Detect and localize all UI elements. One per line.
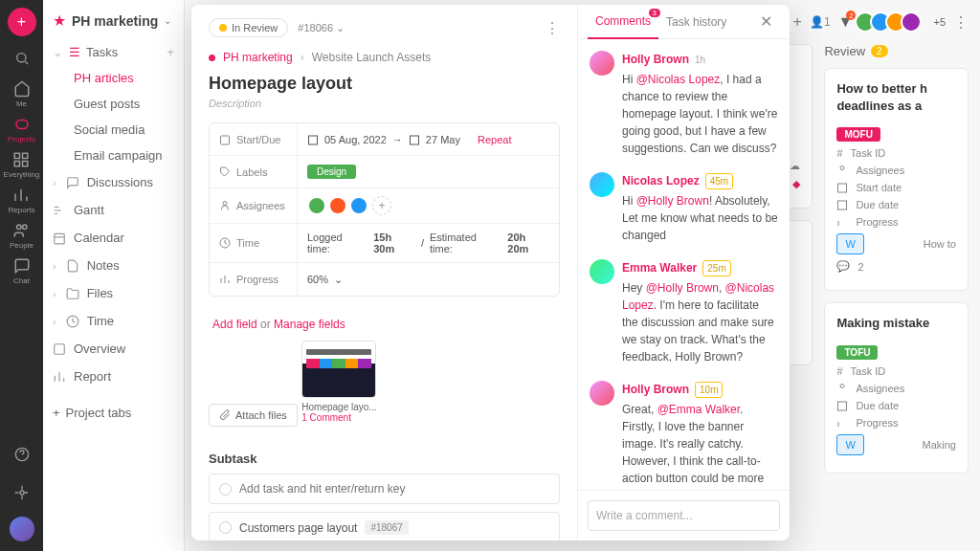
svg-rect-19 xyxy=(221,136,230,144)
sidebar-discussions[interactable]: Discussions xyxy=(53,168,174,196)
attachment-thumbnail[interactable]: Homepage layo... 1 Comment xyxy=(301,341,378,423)
comment-author[interactable]: Nicolas Lopez xyxy=(622,172,700,189)
mention[interactable]: @Emma Walker xyxy=(657,403,740,416)
tab-task-history[interactable]: Task history xyxy=(658,6,734,38)
more-users[interactable]: +5 xyxy=(933,16,946,28)
rail-everything[interactable]: Everything xyxy=(4,151,40,179)
new-button[interactable]: + xyxy=(8,8,36,36)
svg-rect-12 xyxy=(55,343,65,354)
rail-projects[interactable]: Projects xyxy=(8,116,35,143)
comment-avatar[interactable] xyxy=(590,172,614,197)
kebab-icon[interactable]: ⋮ xyxy=(545,19,560,37)
svg-rect-3 xyxy=(23,153,28,158)
progress-field[interactable]: 60% ⌄ xyxy=(298,263,559,296)
sidebar-notes[interactable]: Notes xyxy=(53,252,174,279)
time-field[interactable]: Logged time: 15h 30m / Estimated time: 2… xyxy=(298,224,559,262)
svg-rect-5 xyxy=(23,162,28,166)
mention[interactable]: @Nicolas Lopez xyxy=(636,73,721,86)
comment-time: 25m xyxy=(702,260,730,276)
svg-point-7 xyxy=(23,225,28,230)
user-avatar[interactable] xyxy=(10,517,34,541)
sidebar-overview[interactable]: Overview xyxy=(53,335,174,363)
comment-input-wrap: Write a comment... xyxy=(578,490,790,540)
comment: Nicolas Lopez45m Hi @Holly Brown! Absolu… xyxy=(590,172,778,244)
add-icon[interactable]: + xyxy=(793,13,802,31)
comments-list: Holly Brown1h Hi @Nicolas Lopez, I had a… xyxy=(578,39,790,490)
add-field-row: Add field or Manage fields xyxy=(209,308,560,341)
settings-icon[interactable] xyxy=(8,478,36,507)
sidebar-files[interactable]: Files xyxy=(53,279,174,307)
svg-point-9 xyxy=(20,491,24,495)
task-fields: Start/Due 05 Aug, 2022→27 May Repeat Lab… xyxy=(209,122,560,297)
mention[interactable]: @Holly Brown xyxy=(646,281,719,295)
comment-time: 10m xyxy=(695,382,723,398)
rail-reports[interactable]: Reports xyxy=(8,187,34,214)
nav-rail: + Me Projects Everything Reports People … xyxy=(0,0,43,551)
sidebar-guest-posts[interactable]: Guest posts xyxy=(53,91,174,117)
rail-people[interactable]: People xyxy=(10,222,33,250)
subtask-input[interactable] xyxy=(209,474,560,504)
sidebar-ph-articles[interactable]: PH articles xyxy=(53,65,174,91)
assignees-field[interactable]: + xyxy=(298,188,559,223)
task-title[interactable]: Homepage layout xyxy=(209,74,560,94)
filter-icon[interactable]: ▼2 xyxy=(838,13,854,31)
manage-fields-link[interactable]: Manage fields xyxy=(274,318,345,331)
task-id: #18066 ⌄ xyxy=(298,22,345,34)
date-field[interactable]: 05 Aug, 2022→27 May Repeat xyxy=(298,123,559,155)
rail-me[interactable]: Me xyxy=(13,80,31,108)
add-task-icon[interactable]: + xyxy=(167,45,174,59)
mention[interactable]: @Holly Brown xyxy=(636,194,709,208)
svg-rect-1 xyxy=(16,121,28,129)
help-icon[interactable] xyxy=(8,440,36,469)
tasks-section[interactable]: ⌄ ☰ Tasks + xyxy=(53,39,174,65)
comment-author[interactable]: Holly Brown xyxy=(622,51,689,68)
comment-avatar[interactable] xyxy=(590,259,614,284)
svg-rect-21 xyxy=(410,136,418,144)
comment-author[interactable]: Holly Brown xyxy=(622,381,689,398)
repeat-link[interactable]: Repeat xyxy=(478,134,511,145)
comment-input[interactable]: Write a comment... xyxy=(588,500,780,531)
sidebar-gantt[interactable]: Gantt xyxy=(53,196,174,224)
attach-files-button[interactable]: Attach files xyxy=(209,404,298,427)
close-icon[interactable]: ✕ xyxy=(752,5,780,38)
tab-comments[interactable]: Comments3 xyxy=(588,5,658,39)
subtask-heading: Subtask xyxy=(209,452,560,466)
task-description[interactable]: Description xyxy=(209,98,560,109)
board-card[interactable]: How to better h deadlines as a MOFU #Tas… xyxy=(824,68,969,291)
svg-rect-16 xyxy=(838,201,847,209)
add-project-tabs[interactable]: +Project tabs xyxy=(53,398,174,428)
project-header[interactable]: ★ PH marketing ⌄ xyxy=(53,11,174,30)
comment-avatar[interactable] xyxy=(590,51,614,76)
add-assignee-icon[interactable]: + xyxy=(372,196,391,215)
tofu-tag: TOFU xyxy=(836,345,878,360)
chevron-down-icon: ⌄ xyxy=(164,15,171,26)
team-avatars[interactable] xyxy=(860,11,922,33)
comment-author[interactable]: Emma Walker xyxy=(622,259,697,276)
sidebar-report[interactable]: Report xyxy=(53,363,174,390)
mofu-tag: MOFU xyxy=(836,127,880,142)
breadcrumb-project[interactable]: PH marketing xyxy=(223,51,293,64)
svg-point-17 xyxy=(840,384,844,387)
labels-field[interactable]: Design xyxy=(298,156,559,187)
search-icon[interactable] xyxy=(8,44,36,73)
board-card[interactable]: Making mistake TOFU #Task ID Assignees D… xyxy=(824,302,969,473)
comment: Emma Walker25m Hey @Holly Brown, @Nicola… xyxy=(590,259,778,365)
svg-rect-4 xyxy=(15,162,20,166)
svg-point-22 xyxy=(223,202,227,206)
sidebar-time[interactable]: Time xyxy=(53,307,174,335)
svg-point-14 xyxy=(840,166,844,170)
comment-avatar[interactable] xyxy=(590,381,614,406)
comment-time: 1h xyxy=(695,53,705,67)
status-pill[interactable]: In Review xyxy=(209,18,288,37)
add-field-link[interactable]: Add field xyxy=(212,318,257,331)
user-count[interactable]: 👤1 xyxy=(810,15,831,29)
breadcrumb-page[interactable]: Website Launch Assets xyxy=(312,51,432,64)
sidebar-calendar[interactable]: Calendar xyxy=(53,224,174,252)
sidebar-social-media[interactable]: Social media xyxy=(53,117,174,143)
sidebar-email-campaign[interactable]: Email campaign xyxy=(53,143,174,168)
rail-chat[interactable]: Chat xyxy=(13,257,31,285)
kebab-icon[interactable]: ⋮ xyxy=(953,13,969,32)
project-title: PH marketing xyxy=(72,13,158,29)
column-header: Review2 xyxy=(824,44,969,58)
subtask-item[interactable]: Customers page layout#18067 xyxy=(209,512,560,540)
